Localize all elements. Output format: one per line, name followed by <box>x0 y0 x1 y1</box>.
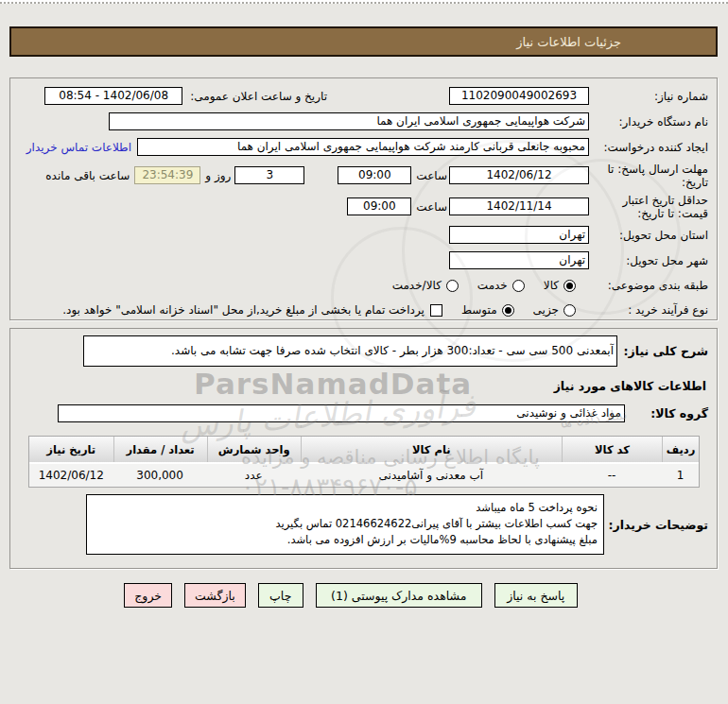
goods-table-wrap: ردیفکد کالانام کالاواحد شمارشتعداد / مقد… <box>28 436 700 488</box>
page-title: جزئیات اطلاعات نیاز <box>516 35 621 49</box>
table-cell: 300,000 <box>113 462 207 487</box>
buyer-notes-label: توضیحات خریدار: <box>604 518 708 532</box>
table-header-cell: نام کالا <box>301 437 562 462</box>
table-header-cell: ردیف <box>662 437 699 462</box>
radio-option-label: کالا <box>544 279 559 292</box>
row-request-creator: ایجاد کننده درخواست: محبوبه جانعلی قربان… <box>18 134 708 160</box>
radio-option[interactable]: جزیی <box>533 303 576 317</box>
row-need-number: شماره نیاز: 1102090049002693 تاریخ و ساع… <box>18 83 708 109</box>
table-cell: -- <box>562 462 662 487</box>
need-detail-panel: شرح کلی نیاز: آبمعدنی 500 سی سی - تعداد:… <box>9 328 718 569</box>
goods-group-input[interactable]: مواد غذائی و نوشیدنی <box>58 404 625 422</box>
respond-button[interactable]: پاسخ به نیاز <box>494 583 578 608</box>
print-button[interactable]: چاپ <box>258 583 303 608</box>
need-number-input[interactable]: 1102090049002693 <box>449 87 589 105</box>
response-deadline-hour-label: ساعت <box>416 169 447 182</box>
response-days-input[interactable]: 3 <box>234 166 304 184</box>
process-type-radio-group: جزییمتوسط <box>461 303 589 317</box>
province-label: استان محل تحویل: <box>589 229 708 242</box>
row-classification: طبقه بندی موضوعی: کالاخدمتکالا/خدمت <box>18 273 708 298</box>
days-and-label: روز و <box>205 169 231 182</box>
row-process-type: نوع فرآیند خرید : جزییمتوسط پرداخت تمام … <box>18 298 708 322</box>
radio-option[interactable]: خدمت <box>477 279 525 292</box>
row-buyer-org: نام دستگاه خریدار: شرکت هواپیمایی جمهوری… <box>18 109 708 134</box>
response-deadline-label: مهلت ارسال پاسخ: تا تاریخ: <box>589 163 708 189</box>
general-desc-label: شرح کلی نیاز: <box>617 344 708 358</box>
radio-option[interactable]: کالا <box>544 279 576 292</box>
request-creator-label: ایجاد کننده درخواست: <box>589 141 708 154</box>
page: { "title_bar": { "text": "جزئیات اطلاعات… <box>0 0 728 704</box>
buyer-notes-box[interactable]: نحوه پرداخت 5 ماه میباشد جهت کسب اطلاعات… <box>86 494 604 555</box>
action-buttons: پاسخ به نیاز مشاهده مدارک پیوستی (1) چاپ… <box>0 583 715 608</box>
radio-option-label: متوسط <box>461 303 497 317</box>
radio-button[interactable] <box>563 280 576 292</box>
classification-label: طبقه بندی موضوعی: <box>589 279 708 292</box>
classification-radio-group: کالاخدمتکالا/خدمت <box>392 279 589 292</box>
goods-info-heading: اطلاعات کالاهای مورد نیاز <box>18 379 706 393</box>
announce-datetime-input[interactable]: 1402/06/08 - 08:54 <box>44 87 182 105</box>
city-label: شهر محل تحویل: <box>589 254 708 267</box>
process-type-label: نوع فرآیند خرید : <box>589 303 708 317</box>
request-creator-input[interactable]: محبوبه جانعلی قربانی کارمند شرکت هواپیما… <box>137 138 589 156</box>
radio-option[interactable]: متوسط <box>461 303 514 317</box>
buyer-contact-link[interactable]: اطلاعات تماس خریدار <box>26 141 131 154</box>
table-row[interactable]: 1--آب معدنی و آشامیدنیعدد300,0001402/06/… <box>29 462 699 487</box>
treasury-checkbox[interactable] <box>430 304 442 317</box>
table-header-cell: کد کالا <box>562 437 662 462</box>
buyer-note-line: نحوه پرداخت 5 ماه میباشد <box>93 500 598 516</box>
radio-button[interactable] <box>563 304 576 317</box>
radio-option-label: جزیی <box>533 303 559 317</box>
city-input[interactable]: تهران <box>449 251 589 269</box>
province-input[interactable]: تهران <box>449 226 589 244</box>
buyer-note-line: جهت کسب اطلاعات بیشتر با آقای پیرانی0214… <box>93 516 598 532</box>
announce-datetime-label: تاریخ و ساعت اعلان عمومی: <box>186 90 327 103</box>
radio-button[interactable] <box>502 304 514 317</box>
goods-table: ردیفکد کالانام کالاواحد شمارشتعداد / مقد… <box>28 436 700 488</box>
row-response-deadline: مهلت ارسال پاسخ: تا تاریخ: 1402/06/12 سا… <box>18 160 708 191</box>
table-cell: 1402/06/12 <box>29 462 113 487</box>
goods-table-head: ردیفکد کالانام کالاواحد شمارشتعداد / مقد… <box>29 437 699 462</box>
row-city: شهر محل تحویل: تهران <box>18 248 708 273</box>
table-header-cell: تاریخ نیاز <box>29 437 113 462</box>
goods-table-body: 1--آب معدنی و آشامیدنیعدد300,0001402/06/… <box>29 462 699 487</box>
price-validity-hour-label: ساعت <box>416 200 447 214</box>
countdown-label: ساعت باقی مانده <box>45 169 130 182</box>
goods-group-label: گروه کالا: <box>625 406 708 421</box>
buyer-org-input[interactable]: شرکت هواپیمایی جمهوری اسلامی ایران هما <box>109 112 589 130</box>
treasury-checkbox-option[interactable]: پرداخت تمام یا بخشی از مبلغ خرید,از محل … <box>62 303 442 317</box>
need-info-panel: شماره نیاز: 1102090049002693 تاریخ و ساع… <box>9 77 718 320</box>
radio-option-label: خدمت <box>477 279 508 292</box>
row-province: استان محل تحویل: تهران <box>18 222 708 248</box>
table-header-cell: واحد شمارش <box>207 437 301 462</box>
price-validity-date-input[interactable]: 1402/11/14 <box>449 197 589 215</box>
row-price-validity: حداقل تاریخ اعتبار قیمت: تا تاریخ: 1402/… <box>18 191 708 222</box>
table-cell: آب معدنی و آشامیدنی <box>301 462 562 487</box>
table-cell: 1 <box>662 462 699 487</box>
need-number-label: شماره نیاز: <box>589 90 708 103</box>
exit-button[interactable]: خروج <box>124 583 172 608</box>
response-deadline-date-input[interactable]: 1402/06/12 <box>449 166 589 184</box>
buyer-org-label: نام دستگاه خریدار: <box>589 115 708 129</box>
radio-button[interactable] <box>512 280 525 292</box>
price-validity-label: حداقل تاریخ اعتبار قیمت: تا تاریخ: <box>589 194 708 220</box>
general-desc-box[interactable]: آبمعدنی 500 سی سی - تعداد:300 هزار بطر -… <box>83 335 617 367</box>
row-buyer-notes: توضیحات خریدار: نحوه پرداخت 5 ماه میباشد… <box>18 494 708 555</box>
radio-option-label: کالا/خدمت <box>392 279 442 292</box>
top-divider <box>0 0 728 4</box>
response-deadline-time-input[interactable]: 09:00 <box>338 166 411 184</box>
row-goods-group: گروه کالا: مواد غذائی و نوشیدنی <box>18 404 708 422</box>
countdown-box: 23:54:39 <box>134 166 200 184</box>
treasury-checkbox-label: پرداخت تمام یا بخشی از مبلغ خرید,از محل … <box>62 303 425 317</box>
price-validity-time-input[interactable]: 09:00 <box>347 197 411 215</box>
radio-option[interactable]: کالا/خدمت <box>392 279 459 292</box>
view-docs-button[interactable]: مشاهده مدارک پیوستی (1) <box>316 583 482 608</box>
row-general-desc: شرح کلی نیاز: آبمعدنی 500 سی سی - تعداد:… <box>18 335 708 367</box>
radio-button[interactable] <box>446 280 459 292</box>
table-header-cell: تعداد / مقدار <box>113 437 207 462</box>
back-button[interactable]: بازگشت <box>184 583 246 608</box>
page-title-bar: جزئیات اطلاعات نیاز <box>9 26 718 57</box>
buyer-note-line: مبلغ پیشنهادی با لحاظ محاسبه 9%مالیات بر… <box>93 532 598 548</box>
table-cell: عدد <box>207 462 301 487</box>
table-header-row: ردیفکد کالانام کالاواحد شمارشتعداد / مقد… <box>29 437 699 462</box>
